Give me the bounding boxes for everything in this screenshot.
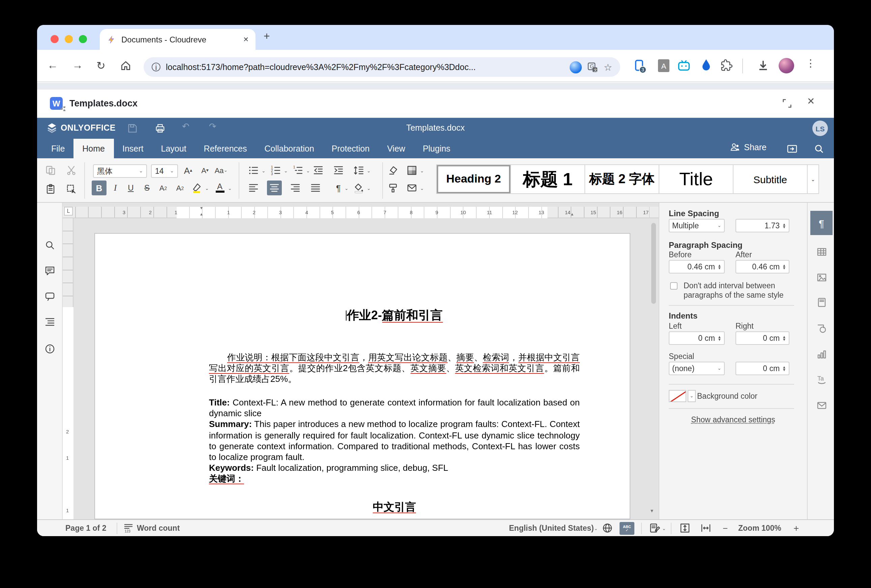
spacing-after-stepper[interactable]: 0.46 cm▲▼ bbox=[735, 260, 789, 273]
font-size-select[interactable]: 14⌄ bbox=[151, 164, 178, 178]
open-file-location-icon[interactable] bbox=[787, 143, 798, 154]
spacing-before-stepper[interactable]: 0.46 cm▲▼ bbox=[669, 260, 725, 273]
vertical-ruler[interactable] bbox=[63, 218, 73, 519]
menu-layout[interactable]: Layout bbox=[153, 139, 195, 158]
no-interval-checkbox[interactable] bbox=[670, 282, 678, 290]
menu-protection[interactable]: Protection bbox=[323, 139, 379, 158]
menu-view[interactable]: View bbox=[378, 139, 414, 158]
track-changes-caret[interactable]: ⌄ bbox=[662, 526, 666, 531]
forward-icon[interactable]: → bbox=[72, 59, 83, 72]
chart-settings-tab[interactable] bbox=[810, 342, 832, 366]
minimize-window-button[interactable] bbox=[65, 35, 73, 43]
paste-icon[interactable] bbox=[43, 182, 58, 197]
fit-width-icon[interactable] bbox=[700, 523, 711, 535]
menu-collaboration[interactable]: Collaboration bbox=[256, 139, 323, 158]
back-icon[interactable]: ← bbox=[47, 59, 58, 72]
profile-avatar[interactable] bbox=[779, 58, 794, 73]
comments-icon[interactable] bbox=[45, 266, 55, 276]
find-icon[interactable] bbox=[45, 240, 55, 251]
select-all-icon[interactable] bbox=[64, 182, 79, 197]
browser-menu-icon[interactable]: ⋮ bbox=[806, 57, 816, 69]
document-area[interactable]: ▾ ▴ ▴ L 3211234567891011121314151617 211… bbox=[63, 203, 658, 519]
reload-icon[interactable]: ↻ bbox=[96, 59, 106, 72]
font-color-button[interactable]: A bbox=[213, 181, 227, 196]
search-icon[interactable] bbox=[814, 143, 825, 154]
image-settings-tab[interactable] bbox=[810, 266, 832, 290]
site-info-icon[interactable]: i bbox=[152, 63, 160, 72]
paragraph-settings-tab[interactable]: ¶ bbox=[810, 211, 832, 235]
tab-stop-selector[interactable]: L bbox=[64, 207, 73, 215]
special-select[interactable]: (none)⌄ bbox=[669, 362, 725, 375]
line-spacing-stepper[interactable]: 1.73▲▼ bbox=[735, 219, 789, 232]
mail-merge-caret[interactable]: ⌄ bbox=[420, 186, 424, 191]
zoom-out-button[interactable]: − bbox=[723, 523, 728, 533]
line-spacing-select[interactable]: Multiple⌄ bbox=[669, 219, 725, 232]
multilevel-list-caret[interactable]: ⌄ bbox=[306, 169, 310, 174]
paragraph-marks-caret[interactable]: ⌄ bbox=[344, 186, 349, 191]
browser-tab[interactable]: Documents - Cloudreve ✕ bbox=[100, 29, 256, 50]
menu-home[interactable]: Home bbox=[73, 139, 114, 158]
downloads-icon[interactable] bbox=[757, 59, 769, 72]
menu-references[interactable]: References bbox=[195, 139, 256, 158]
textart-settings-tab[interactable]: Ta bbox=[810, 367, 832, 391]
cut-icon[interactable] bbox=[64, 163, 79, 178]
style-title1-cn[interactable]: 标题 1 bbox=[511, 165, 585, 193]
align-center-icon[interactable] bbox=[267, 181, 282, 196]
bullet-list-icon[interactable] bbox=[246, 163, 261, 178]
mailmerge-settings-tab[interactable] bbox=[810, 393, 832, 418]
extension-drop-icon[interactable] bbox=[700, 58, 712, 72]
zoom-in-button[interactable]: + bbox=[793, 523, 799, 533]
advanced-settings-link[interactable]: Show advanced settings bbox=[659, 416, 807, 424]
zoom-window-button[interactable] bbox=[79, 35, 87, 43]
numbered-list-icon[interactable]: 123 bbox=[268, 163, 283, 178]
first-line-indent-marker[interactable]: ▾ bbox=[200, 206, 203, 211]
vertical-scrollbar[interactable]: ▾ bbox=[651, 207, 657, 515]
style-title2-cn[interactable]: 标题 2 字体 bbox=[585, 165, 659, 193]
font-color-caret[interactable]: ⌄ bbox=[228, 186, 232, 191]
menu-plugins[interactable]: Plugins bbox=[414, 139, 459, 158]
extensions-puzzle-icon[interactable] bbox=[721, 59, 733, 72]
extension-tv-icon[interactable] bbox=[678, 59, 690, 72]
bookmark-star-icon[interactable]: ☆ bbox=[604, 62, 612, 72]
align-right-icon[interactable] bbox=[288, 181, 303, 196]
spellcheck-language-icon[interactable] bbox=[602, 523, 613, 535]
styles-gallery-expand-icon[interactable]: ⌄ bbox=[808, 165, 819, 193]
italic-button[interactable]: I bbox=[108, 181, 123, 196]
strikethrough-button[interactable]: S bbox=[139, 181, 154, 196]
page-indicator[interactable]: Page 1 of 2 bbox=[65, 524, 106, 532]
paragraph-marks-icon[interactable]: ¶ bbox=[331, 181, 346, 196]
new-tab-button[interactable]: + bbox=[263, 30, 270, 42]
share-button[interactable]: Share bbox=[730, 142, 766, 152]
highlight-caret[interactable]: ⌄ bbox=[205, 186, 209, 191]
expand-icon[interactable] bbox=[782, 98, 792, 109]
color-scheme-icon[interactable] bbox=[404, 163, 419, 178]
mail-merge-icon[interactable] bbox=[404, 181, 419, 196]
close-viewer-icon[interactable]: ✕ bbox=[807, 96, 815, 106]
superscript-button[interactable]: A2 bbox=[156, 181, 171, 196]
shading-icon[interactable] bbox=[351, 181, 366, 196]
copy-icon[interactable] bbox=[43, 163, 58, 178]
fit-page-icon[interactable] bbox=[679, 523, 690, 535]
table-settings-tab[interactable] bbox=[810, 240, 832, 264]
bold-button[interactable]: B bbox=[92, 181, 106, 196]
scroll-down-icon[interactable]: ▾ bbox=[651, 508, 653, 514]
shading-caret[interactable]: ⌄ bbox=[367, 186, 371, 191]
language-selector[interactable]: English (United States) bbox=[509, 524, 594, 532]
increase-indent-icon[interactable] bbox=[331, 163, 346, 178]
ai-assistant-icon[interactable] bbox=[570, 61, 582, 73]
indent-right-stepper[interactable]: 0 cm▲▼ bbox=[735, 331, 789, 345]
increase-font-icon[interactable]: A▴ bbox=[181, 163, 196, 178]
underline-button[interactable]: U bbox=[123, 181, 138, 196]
menu-insert[interactable]: Insert bbox=[114, 139, 153, 158]
multilevel-list-icon[interactable]: 1 bbox=[290, 163, 305, 178]
user-avatar[interactable]: LS bbox=[813, 121, 828, 136]
menu-file[interactable]: File bbox=[42, 139, 73, 158]
header-footer-settings-tab[interactable] bbox=[810, 290, 832, 315]
close-window-button[interactable] bbox=[51, 35, 58, 43]
home-icon[interactable] bbox=[120, 60, 132, 72]
background-color-picker[interactable]: ⌄ bbox=[669, 390, 696, 402]
highlight-color-button[interactable] bbox=[189, 181, 204, 196]
right-indent-marker[interactable]: ▴ bbox=[571, 212, 573, 217]
copy-style-icon[interactable] bbox=[386, 181, 400, 196]
indent-left-stepper[interactable]: 0 cm▲▼ bbox=[669, 331, 725, 345]
